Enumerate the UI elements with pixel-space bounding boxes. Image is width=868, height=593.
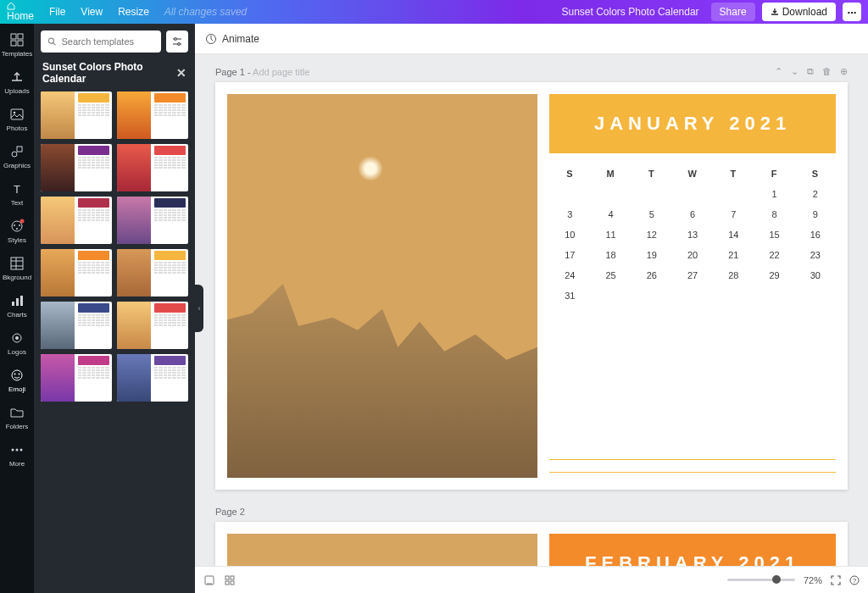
date-cell: 24	[549, 270, 590, 280]
date-cell: 9	[795, 209, 836, 219]
charts-icon	[9, 293, 25, 308]
dow-cell: M	[590, 169, 631, 179]
rail-item-text[interactable]: TText	[2, 181, 32, 207]
page-down-button[interactable]: ⌄	[791, 66, 798, 77]
delete-page-button[interactable]: 🗑	[822, 66, 832, 77]
page-label-row: Page 2	[215, 507, 848, 517]
zoom-percent[interactable]: 72%	[804, 575, 822, 585]
animate-button[interactable]: Animate	[205, 33, 259, 45]
svg-point-25	[19, 374, 20, 375]
date-cell: 23	[795, 250, 836, 260]
page-photo[interactable]	[227, 94, 537, 478]
template-thumb[interactable]	[41, 197, 112, 244]
rail-item-more[interactable]: More	[2, 442, 32, 468]
duplicate-page-button[interactable]: ⧉	[807, 66, 814, 77]
templates-icon	[9, 32, 25, 47]
date-cell: 6	[672, 209, 713, 219]
svg-point-28	[20, 449, 23, 452]
help-button[interactable]: ?	[849, 575, 860, 585]
download-icon	[771, 8, 779, 16]
template-thumb[interactable]	[41, 302, 112, 349]
date-cell: 19	[632, 250, 672, 260]
rail-item-logos[interactable]: Logos	[2, 330, 32, 356]
template-thumb[interactable]	[117, 144, 188, 191]
date-cell: 29	[754, 270, 794, 280]
page[interactable]: FEBRUARY 2021SMTWTFS	[215, 522, 848, 566]
svg-text:T: T	[14, 183, 20, 196]
dow-cell: S	[549, 169, 590, 179]
dow-cell: S	[795, 169, 836, 179]
search-input[interactable]	[61, 36, 154, 47]
resize-menu[interactable]: Resize	[118, 6, 149, 18]
share-button[interactable]: Share	[711, 3, 755, 21]
collapse-panel-button[interactable]: ‹	[195, 285, 203, 332]
page-photo[interactable]	[227, 534, 537, 566]
bottombar: 72% ?	[195, 566, 868, 593]
dow-cell: T	[713, 169, 754, 179]
rail-item-background[interactable]: Bkground	[2, 256, 32, 281]
notes-button[interactable]	[203, 574, 215, 586]
date-cell	[672, 189, 713, 199]
rail-item-emoji[interactable]: Emoji	[2, 368, 32, 393]
month-banner[interactable]: FEBRUARY 2021	[549, 534, 836, 566]
date-cell	[549, 189, 590, 199]
svg-point-23	[12, 370, 22, 380]
view-menu[interactable]: View	[81, 6, 103, 18]
rail-item-photos[interactable]: Photos	[2, 107, 32, 132]
filter-button[interactable]	[166, 30, 188, 53]
rail-item-uploads[interactable]: Uploads	[2, 69, 32, 95]
page-up-button[interactable]: ⌃	[775, 66, 782, 77]
fullscreen-button[interactable]	[831, 575, 841, 585]
rail-label: Charts	[7, 311, 27, 319]
template-thumb[interactable]	[41, 91, 112, 139]
background-icon	[9, 256, 25, 271]
templates-panel: Sunset Colors Photo Calendar ✕ ‹	[34, 24, 195, 593]
rail-item-folders[interactable]: Folders	[2, 405, 32, 430]
rail-label: Folders	[6, 423, 29, 430]
emoji-icon	[9, 368, 25, 383]
rail-item-charts[interactable]: Charts	[2, 293, 32, 319]
download-button[interactable]: Download	[762, 3, 836, 21]
date-cell	[795, 291, 836, 301]
date-cell: 12	[632, 230, 672, 240]
svg-rect-3	[18, 41, 23, 46]
svg-rect-2	[11, 41, 16, 46]
file-menu[interactable]: File	[49, 6, 65, 18]
date-cell: 2	[795, 189, 836, 199]
svg-point-9	[12, 221, 22, 231]
add-page-button[interactable]: ⊕	[840, 66, 848, 77]
template-thumb[interactable]	[117, 354, 188, 402]
page-label[interactable]: Page 2	[215, 507, 245, 517]
page-label[interactable]: Page 1 - Add page title	[215, 67, 309, 77]
month-banner[interactable]: JANUARY 2021	[549, 94, 836, 153]
close-panel-button[interactable]: ✕	[176, 66, 186, 80]
rail-item-styles[interactable]: Styles	[2, 219, 32, 244]
svg-point-34	[178, 43, 181, 46]
template-thumb[interactable]	[41, 144, 112, 191]
home-menu[interactable]: Home	[7, 2, 34, 22]
page[interactable]: JANUARY 2021SMTWTFS123456789101112131415…	[215, 82, 848, 490]
document-title[interactable]: Sunset Colors Photo Calendar	[562, 6, 699, 18]
date-cell: 20	[672, 250, 713, 260]
svg-rect-18	[12, 302, 14, 306]
page-label-row: Page 1 - Add page title⌃⌄⧉🗑⊕	[215, 66, 848, 77]
help-icon: ?	[849, 575, 860, 585]
template-thumb[interactable]	[117, 302, 188, 349]
dow-cell: T	[632, 169, 672, 179]
sliders-icon	[171, 36, 183, 47]
search-box[interactable]	[41, 30, 161, 53]
date-cell: 4	[590, 209, 631, 219]
rail-item-templates[interactable]: Templates	[2, 32, 32, 58]
grid-view-button[interactable]	[224, 574, 236, 586]
zoom-slider[interactable]	[727, 579, 795, 581]
template-thumb[interactable]	[117, 249, 188, 296]
more-menu-button[interactable]: ···	[843, 3, 861, 21]
template-thumb[interactable]	[41, 249, 112, 296]
rail-item-graphics[interactable]: Graphics	[2, 144, 32, 169]
template-thumb[interactable]	[117, 197, 188, 244]
template-thumb[interactable]	[41, 354, 112, 402]
rail-label: Logos	[8, 348, 26, 356]
date-cell: 7	[713, 209, 754, 219]
expand-icon	[831, 575, 841, 585]
template-thumb[interactable]	[117, 91, 188, 139]
